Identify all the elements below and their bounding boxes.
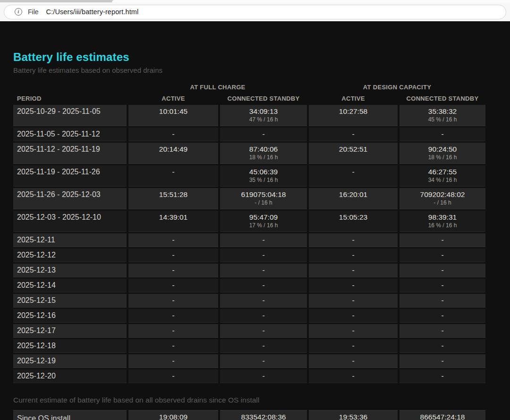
period-cell: 2025-12-12	[13, 249, 127, 262]
period-cell: 2025-12-03 - 2025-12-10	[13, 211, 127, 232]
duration-value: -	[313, 129, 394, 139]
full-charge-standby-cell: -	[220, 128, 307, 141]
drain-rate-subtext: 34 % / 16 h	[403, 177, 482, 184]
design-capacity-active-cell: 15:05:23	[309, 211, 398, 232]
full-charge-standby-cell: -	[220, 279, 307, 292]
header-spacer	[13, 82, 127, 92]
design-capacity-active-cell: -	[309, 324, 398, 338]
full-charge-standby-cell: -	[220, 309, 307, 323]
duration-value: -	[224, 235, 303, 245]
full-charge-active-cell: -	[128, 294, 218, 308]
duration-value: -	[132, 296, 214, 305]
design-capacity-standby-cell: -	[400, 233, 485, 247]
period-cell: 2025-11-26 - 2025-12-03	[13, 188, 127, 209]
full-charge-active-cell: -	[128, 339, 218, 353]
duration-value: -	[403, 371, 482, 381]
duration-value: -	[403, 235, 482, 245]
design-capacity-standby-cell: 98:39:3116 % / 16 h	[400, 211, 485, 232]
design-capacity-active-cell: -	[309, 165, 398, 187]
full-charge-active-cell: 15:51:28	[128, 188, 218, 209]
table-row: 2025-10-29 - 2025-11-0510:01:4534:09:134…	[13, 105, 485, 126]
footer-note: Current estimate of battery life based o…	[13, 396, 510, 404]
table-row: 2025-11-12 - 2025-11-1920:14:4987:40:061…	[13, 143, 485, 164]
period-cell: 2025-10-29 - 2025-11-05	[13, 105, 127, 126]
table-row: 2025-12-17----	[13, 324, 485, 338]
full-charge-standby-cell: -	[220, 369, 307, 383]
full-charge-standby-cell: -	[220, 249, 307, 262]
design-capacity-active-cell: 19:53:36	[309, 410, 398, 420]
design-capacity-standby-cell: -	[400, 369, 485, 383]
summary-table-body: Since OS install19:08:09833542:08:36- / …	[13, 410, 485, 420]
duration-value: -	[224, 129, 303, 139]
duration-value: -	[224, 311, 303, 320]
design-capacity-standby-cell: -	[400, 339, 485, 353]
full-charge-active-cell: 10:01:45	[128, 105, 218, 126]
duration-value: 15:51:28	[132, 190, 214, 199]
table-row: 2025-11-05 - 2025-11-12----	[13, 128, 485, 141]
full-charge-standby-cell: 833542:08:36- / 16 h	[220, 410, 307, 420]
design-capacity-active-cell: -	[309, 264, 398, 277]
full-charge-active-cell: -	[128, 354, 218, 368]
group-header-full-charge: AT FULL CHARGE	[128, 82, 307, 92]
battery-table: AT FULL CHARGE AT DESIGN CAPACITY PERIOD…	[11, 81, 487, 385]
column-header-fc-active: ACTIVE	[128, 94, 218, 103]
url-text: C:/Users/iii/battery-report.html	[46, 8, 139, 16]
full-charge-active-cell: -	[128, 264, 218, 277]
duration-value: -	[132, 266, 214, 275]
duration-value: -	[313, 311, 394, 320]
full-charge-active-cell: -	[128, 324, 218, 338]
period-cell: 2025-12-17	[13, 324, 127, 338]
design-capacity-standby-cell: -	[400, 128, 485, 141]
full-charge-standby-cell: -	[220, 233, 307, 247]
full-charge-active-cell: -	[128, 369, 218, 383]
table-row: 2025-12-12----	[13, 249, 485, 262]
drain-rate-subtext: 18 % / 16 h	[403, 154, 482, 162]
table-row: 2025-12-18----	[13, 339, 485, 353]
duration-value: 45:06:39	[224, 167, 303, 177]
duration-value: -	[132, 167, 214, 177]
design-capacity-active-cell: -	[309, 128, 398, 141]
period-cell: 2025-12-19	[13, 354, 127, 368]
duration-value: -	[224, 371, 303, 381]
info-icon[interactable]: i	[15, 8, 22, 16]
period-cell: 2025-12-15	[13, 294, 127, 308]
duration-value: -	[403, 341, 482, 351]
group-header-design-capacity: AT DESIGN CAPACITY	[309, 82, 485, 92]
period-cell: 2025-12-18	[13, 339, 127, 353]
full-charge-standby-cell: 45:06:3935 % / 16 h	[220, 165, 307, 187]
duration-value: 619075:04:18	[224, 190, 303, 199]
table-row: 2025-12-14----	[13, 279, 485, 292]
duration-value: -	[313, 281, 394, 290]
period-cell: 2025-12-14	[13, 279, 127, 292]
address-bar[interactable]: i File C:/Users/iii/battery-report.html	[4, 5, 506, 19]
period-cell: 2025-12-11	[13, 233, 127, 247]
design-capacity-standby-cell: 35:38:3245 % / 16 h	[400, 105, 485, 126]
duration-value: 833542:08:36	[224, 412, 303, 420]
full-charge-active-cell: -	[128, 249, 218, 262]
drain-rate-subtext: - / 16 h	[224, 199, 303, 207]
column-header-fc-standby: CONNECTED STANDBY	[220, 94, 307, 103]
design-capacity-active-cell: -	[309, 354, 398, 368]
full-charge-standby-cell: 87:40:0618 % / 16 h	[220, 143, 307, 164]
drain-rate-subtext: 47 % / 16 h	[224, 116, 303, 124]
duration-value: -	[132, 356, 214, 366]
full-charge-standby-cell: -	[220, 354, 307, 368]
period-cell: 2025-12-13	[13, 264, 127, 277]
design-capacity-active-cell: 20:52:51	[309, 143, 398, 164]
table-row: 2025-12-16----	[13, 309, 485, 323]
design-capacity-standby-cell: -	[400, 279, 485, 292]
summary-table: Since OS install19:08:09833542:08:36- / …	[11, 409, 487, 420]
duration-value: 90:24:50	[403, 145, 482, 154]
duration-value: -	[403, 129, 482, 139]
duration-value: 20:14:49	[132, 145, 214, 154]
duration-value: -	[313, 356, 394, 366]
design-capacity-active-cell: -	[309, 249, 398, 262]
duration-value: -	[313, 371, 394, 381]
table-row: 2025-12-13----	[13, 264, 485, 277]
duration-value: 20:52:51	[313, 145, 394, 154]
duration-value: -	[132, 371, 214, 381]
table-row: 2025-12-11----	[13, 233, 485, 247]
design-capacity-standby-cell: -	[400, 309, 485, 323]
column-header-period: PERIOD	[13, 94, 127, 103]
column-header-dc-standby: CONNECTED STANDBY	[400, 94, 485, 103]
